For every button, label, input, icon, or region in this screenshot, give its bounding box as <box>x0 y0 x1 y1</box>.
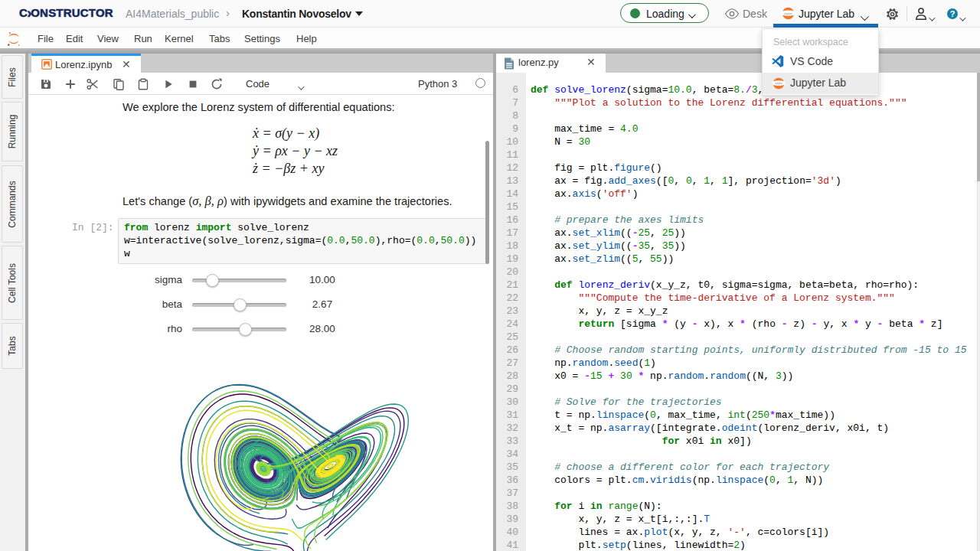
svg-text:jupyter: jupyter <box>783 12 793 15</box>
svg-text:jupyter: jupyter <box>774 82 783 85</box>
